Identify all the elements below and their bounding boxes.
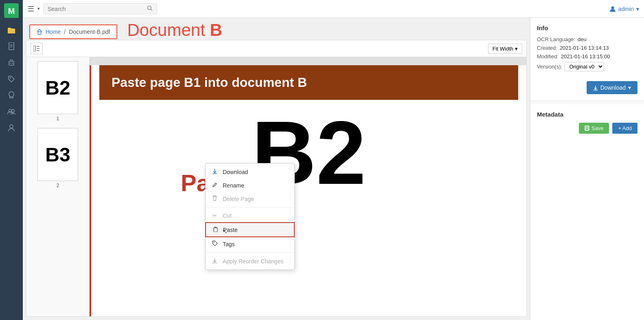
svg-point-15 [148,6,151,10]
sidebar-toggle-button[interactable] [31,43,43,54]
info-created-row: Created: 2021-01-16 13:14:13 [537,45,637,51]
download-icon [593,85,598,90]
ctx-tags[interactable]: Tags [206,237,294,251]
info-created-label: Created: [537,45,557,51]
sidebar-bulb-icon[interactable] [4,88,19,103]
doc-viewer: Home / Document-B.pdf Document B Fit Wid… [23,18,530,320]
search-input[interactable] [48,6,145,12]
svg-point-9 [12,63,13,64]
breadcrumb-current: Document-B.pdf [69,29,110,35]
metadata-title: Metadata [537,111,637,118]
thumb-page-2: B3 [37,128,78,181]
svg-point-13 [12,110,15,113]
info-ocr-label: OCR Language: [537,36,575,42]
save-button[interactable]: Save [579,123,609,134]
app-logo: M [4,3,19,18]
metadata-actions: Save + Add [537,123,637,134]
breadcrumb-home-link[interactable]: Home [46,29,61,35]
fit-width-button[interactable]: Fit Width ▾ [488,44,522,54]
ctx-paste[interactable]: Paste ↖ [205,222,295,237]
home-icon [37,29,42,35]
thumb-number-2: 2 [57,183,59,188]
user-menu[interactable]: admin ▾ [609,6,639,12]
sidebar-groups-icon[interactable] [4,104,19,119]
svg-rect-30 [585,128,588,130]
ctx-reorder: Apply Reorder Changes [206,254,294,268]
save-button-label: Save [591,125,604,131]
ctx-divider-2 [206,252,294,253]
ctx-divider-1 [206,207,294,207]
svg-text:M: M [8,7,15,15]
info-created-value: 2021-01-16 13:14:13 [560,45,609,51]
ctx-rename[interactable]: Rename [206,179,294,192]
paste-label: Paste [140,169,526,196]
version-select[interactable]: Original v0 [565,62,604,71]
cursor-pointer: ↖ [222,227,229,236]
svg-point-17 [611,6,614,9]
ctx-download[interactable]: Download [206,165,294,179]
ctx-reorder-icon [212,258,219,265]
info-ocr-value: deu [578,36,587,42]
ctx-tags-icon [212,241,219,247]
page-title: Document B [127,20,222,40]
download-button[interactable]: Download ▾ [587,81,637,94]
sidebar: M [0,0,23,320]
page-banner-text: Paste page B1 into document B [112,75,307,90]
info-versions-label: Version(s): [537,64,562,70]
page-title-area: Document B [127,20,222,40]
dropdown-arrow-icon: ▾ [37,6,40,11]
svg-rect-24 [214,228,217,232]
thumb-number-1: 1 [57,116,59,121]
add-button-label: + Add [618,125,632,131]
download-caret: ▾ [628,84,631,91]
ctx-download-label: Download [223,169,248,175]
ctx-cut: ✂ Cut [206,209,294,222]
page-view: Paste page B1 into document B B2 Paste [90,57,526,316]
search-icon[interactable] [147,5,153,12]
ctx-tags-label: Tags [223,241,235,247]
svg-rect-19 [33,46,35,51]
ctx-delete-icon [212,195,219,202]
ctx-delete-label: Delete Page [223,196,254,202]
sidebar-robot-icon[interactable] [4,55,19,70]
page-title-bold: B [210,20,222,40]
user-name-label: admin [618,6,634,12]
svg-line-16 [151,9,153,11]
fit-width-arrow: ▾ [515,46,518,52]
info-versions-row: Version(s): Original v0 [537,62,637,71]
page-title-prefix: Document [127,20,210,40]
ctx-cut-label: Cut [223,212,232,219]
thumbnails-panel: B2 1 B3 2 [26,57,90,316]
viewer-toolbar: Fit Width ▾ [26,40,527,57]
topbar: ☰ ▾ admin ▾ [23,0,644,18]
hamburger-button[interactable]: ☰ [28,4,34,13]
svg-rect-11 [10,97,13,98]
sidebar-tag-icon[interactable] [4,72,19,86]
ctx-reorder-label: Apply Reorder Changes [223,258,283,265]
sidebar-folder-icon[interactable] [4,23,19,38]
info-section: Info OCR Language: deu Created: 2021-01-… [530,18,644,101]
page-content: Paste page B1 into document B B2 Paste [90,65,526,316]
content-area: Home / Document-B.pdf Document B Fit Wid… [23,18,644,320]
svg-rect-6 [9,61,14,65]
info-modified-value: 2021-01-16 13:15:00 [561,53,610,60]
breadcrumb-separator: / [64,29,66,35]
sidebar-docs-icon[interactable] [4,39,19,54]
save-icon [585,126,589,131]
fit-width-label: Fit Width [493,46,513,52]
thumbnail-item-2[interactable]: B3 2 [37,128,78,188]
thumbnail-item-1[interactable]: B2 1 [37,61,78,121]
right-panel: Info OCR Language: deu Created: 2021-01-… [530,18,644,320]
context-menu: Download Rename [205,163,295,270]
search-container [43,3,157,14]
svg-point-14 [10,125,13,128]
add-button[interactable]: + Add [612,123,637,134]
user-avatar-icon [609,6,616,12]
ctx-rename-label: Rename [223,182,244,189]
svg-rect-18 [38,32,41,34]
sidebar-user-icon[interactable] [4,121,19,135]
main-area: ☰ ▾ admin ▾ Home / Document-B.pdf [23,0,644,320]
info-modified-label: Modified: [537,53,559,60]
thumb-page-1: B2 [37,61,78,114]
svg-point-10 [10,77,11,79]
